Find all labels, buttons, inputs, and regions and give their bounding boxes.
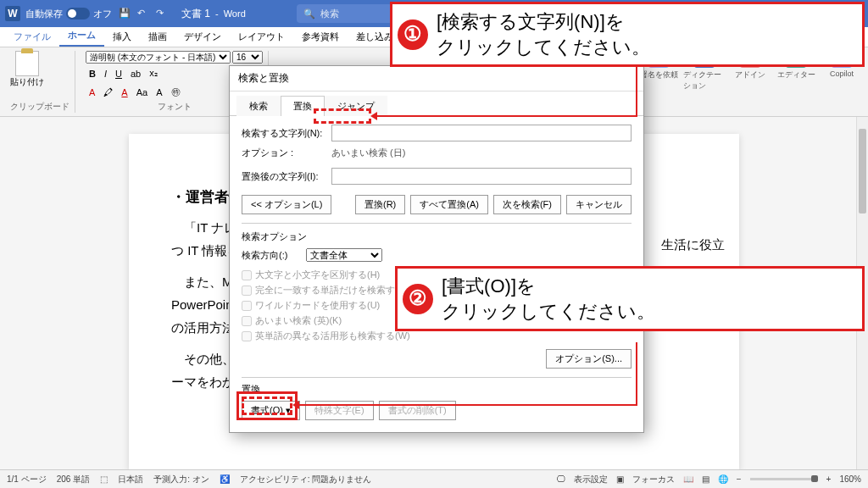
sub-super-button[interactable]: x₂ [146, 65, 161, 81]
instruction-callout-1: ① [検索する文字列(N)]を クリックしてください。 [390, 2, 865, 67]
font-color2-button[interactable]: A [118, 85, 131, 100]
toggle-switch-icon[interactable] [66, 8, 90, 19]
arrow-2-vertical [636, 342, 637, 406]
callout-text-1: [検索する文字列(N)]を クリックしてください。 [437, 9, 650, 59]
status-bar: 1/1 ページ 206 単語 ⬚ 日本語 予測入力: オン ♿ アクセシビリティ… [0, 469, 868, 488]
title-separator: - [215, 8, 219, 19]
clipboard-group-label: クリップボード [10, 101, 70, 113]
language-indicator[interactable]: 日本語 [118, 474, 143, 485]
redo-icon[interactable]: ↷ [156, 8, 168, 19]
find-replace-dialog: 検索と置換 検索 置換 ジャンプ 検索する文字列(N): オプション : あいま… [229, 65, 644, 433]
italic-button[interactable]: I [101, 66, 110, 81]
highlight-search-input [314, 108, 371, 124]
less-options-button[interactable]: << オプション(L) [242, 195, 331, 214]
paste-button[interactable]: 貼り付け [10, 51, 44, 88]
tab-design[interactable]: デザイン [175, 27, 230, 47]
options-s-button[interactable]: オプション(S)... [546, 349, 632, 369]
callout-number-1: ① [398, 19, 428, 50]
web-layout-icon[interactable]: 🌐 [718, 474, 728, 484]
clipboard-icon [15, 51, 39, 76]
font-size-select[interactable]: 16 [232, 51, 263, 64]
search-placeholder: 検索 [320, 8, 339, 20]
callout-number-2: ② [403, 284, 433, 314]
direction-select[interactable]: 文書全体 [306, 248, 382, 262]
read-mode-icon[interactable]: 📖 [683, 474, 693, 484]
focus-icon[interactable]: ▣ [616, 474, 624, 484]
doc-text-fragment: 生活に役立 [661, 237, 725, 253]
tab-find[interactable]: 検索 [236, 96, 281, 116]
tab-draw[interactable]: 描画 [140, 27, 175, 47]
chk-sounds-like [242, 316, 252, 326]
options-label: オプション : [242, 147, 326, 159]
tab-file[interactable]: ファイル [5, 27, 59, 47]
underline-button[interactable]: U [112, 66, 125, 81]
options-value: あいまい検索 (日) [331, 147, 405, 159]
callout-text-2: [書式(O)]を クリックしてください。 [442, 274, 655, 324]
print-layout-icon[interactable]: ▤ [702, 474, 709, 484]
arrow-1-horizontal [373, 115, 637, 117]
predict-input[interactable]: 予測入力: オン [153, 474, 209, 485]
highlight-format-button [242, 396, 292, 415]
find-next-button[interactable]: 次を検索(F) [493, 195, 561, 214]
autosave-state: オフ [93, 8, 112, 20]
display-settings-icon[interactable]: 🖵 [557, 474, 565, 484]
page-count[interactable]: 1/1 ページ [7, 474, 47, 485]
zoom-in-icon[interactable]: + [826, 474, 832, 484]
font-family-select[interactable]: 游明朝 (本文のフォント - 日本語) [86, 51, 231, 64]
chk-whole-word [242, 286, 252, 296]
replace-section-label: 置換 [242, 383, 632, 396]
display-settings-label[interactable]: 表示設定 [574, 474, 608, 485]
quick-access-toolbar: 💾 ↶ ↷ [119, 8, 168, 19]
replace-all-button[interactable]: すべて置換(A) [410, 195, 488, 214]
tab-insert[interactable]: 挿入 [104, 27, 140, 47]
highlight-button[interactable]: 🖍 [100, 85, 116, 100]
font-color-button[interactable]: A [86, 85, 98, 100]
text-bounds-icon[interactable]: ⬚ [100, 474, 108, 484]
replace-button[interactable]: 置換(R) [355, 195, 405, 214]
search-options-heading: 検索オプション [242, 230, 632, 243]
autosave-toggle[interactable]: 自動保存 オフ [25, 8, 112, 20]
find-what-input[interactable] [331, 125, 632, 141]
direction-label: 検索方向(:) [242, 249, 301, 262]
zoom-slider[interactable] [750, 478, 818, 480]
chk-wildcard [242, 301, 252, 311]
replace-with-input[interactable] [331, 168, 632, 185]
search-icon: 🔍 [303, 8, 315, 19]
accessibility-icon: ♿ [220, 474, 230, 484]
chk-match-case [242, 270, 252, 280]
enclose-button[interactable]: ㊕ [168, 83, 184, 101]
strike-button[interactable]: ab [127, 66, 144, 81]
dialog-title: 検索と置換 [230, 66, 643, 92]
tab-references[interactable]: 参考資料 [293, 27, 348, 47]
instruction-callout-2: ② [書式(O)]を クリックしてください。 [395, 266, 865, 331]
zoom-out-icon[interactable]: − [737, 474, 742, 484]
tab-home[interactable]: ホーム [59, 25, 104, 47]
zoom-level[interactable]: 160% [839, 474, 861, 484]
arrow-2-horizontal [295, 404, 637, 406]
paste-label: 貼り付け [10, 76, 44, 88]
bold-button[interactable]: B [86, 66, 99, 81]
autosave-label: 自動保存 [25, 8, 63, 20]
arrow-1-vertical [636, 60, 637, 117]
replace-with-label: 置換後の文字列(I): [242, 170, 326, 183]
group-clipboard: 貼り付け クリップボード [5, 51, 75, 113]
cancel-button[interactable]: キャンセル [566, 195, 632, 214]
dialog-tabs: 検索 置換 ジャンプ [230, 95, 643, 116]
accessibility-status[interactable]: アクセシビリティ: 問題ありません [240, 474, 372, 485]
clear-format-button[interactable]: A [153, 85, 165, 100]
change-case-button[interactable]: Aa [133, 85, 151, 100]
word-app-icon: W [5, 6, 20, 21]
app-name: Word [224, 8, 246, 19]
undo-icon[interactable]: ↶ [137, 8, 149, 19]
word-count[interactable]: 206 単語 [57, 474, 90, 485]
tab-layout[interactable]: レイアウト [230, 27, 293, 47]
scrollbar-thumb[interactable] [859, 129, 866, 214]
save-icon[interactable]: 💾 [119, 8, 131, 19]
chk-word-forms [242, 331, 252, 341]
find-what-label: 検索する文字列(N): [242, 127, 326, 140]
focus-label[interactable]: フォーカス [632, 474, 675, 485]
document-title: 文書 1 [181, 7, 210, 21]
